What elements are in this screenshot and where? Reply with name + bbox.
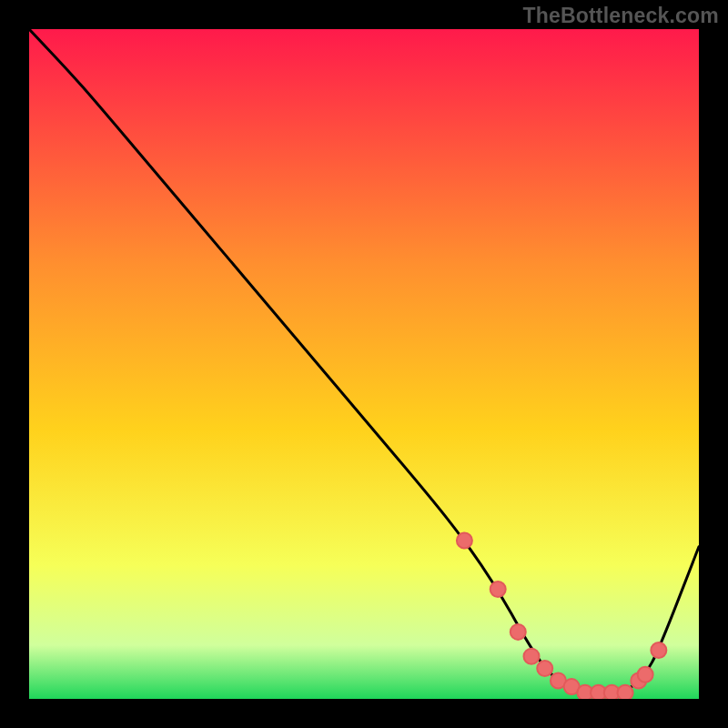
chart-stage: TheBottleneck.com: [0, 0, 728, 728]
curve-marker: [490, 581, 506, 597]
curve-layer: [29, 29, 699, 699]
bottleneck-curve: [29, 29, 699, 693]
curve-marker: [524, 649, 540, 664]
curve-markers: [457, 533, 666, 699]
curve-marker: [457, 533, 472, 549]
curve-marker: [638, 667, 653, 682]
curve-marker: [511, 624, 526, 640]
curve-marker: [618, 685, 633, 699]
plot-area: [29, 29, 699, 699]
watermark-text: TheBottleneck.com: [522, 5, 719, 26]
curve-marker: [537, 661, 552, 676]
curve-marker: [651, 642, 666, 658]
